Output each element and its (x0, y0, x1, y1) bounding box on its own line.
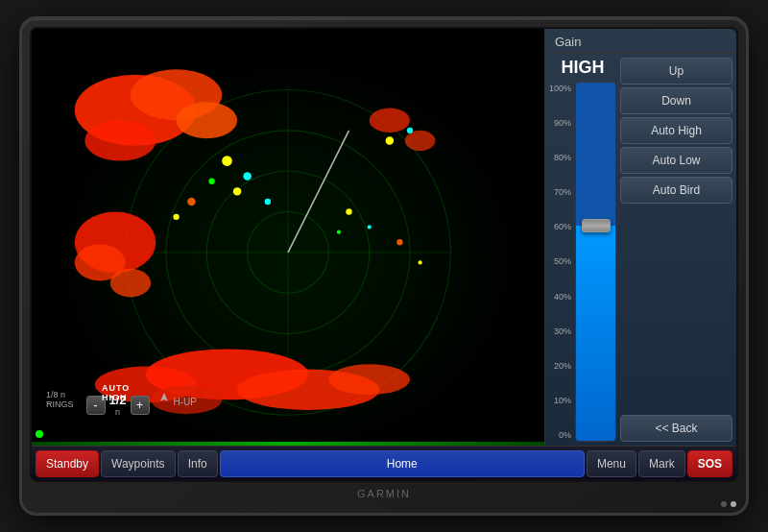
mark-button[interactable]: Mark (638, 450, 685, 477)
standby-indicator (36, 430, 43, 438)
svg-point-13 (243, 172, 251, 180)
svg-point-10 (84, 120, 156, 160)
gain-title: Gain (545, 29, 736, 54)
dot-2 (731, 501, 736, 507)
svg-point-34 (386, 136, 394, 144)
gain-up-button[interactable]: Up (620, 58, 732, 85)
gain-panel: Gain HIGH 100% 90% 80% 70% 60% 50% (544, 29, 736, 446)
dot-1 (721, 501, 727, 507)
gain-labels: 100% 90% 80% 70% 60% 50% 40% 30% 20% 10% (549, 82, 571, 442)
svg-point-14 (208, 179, 214, 184)
gain-auto-low-button[interactable]: Auto Low (620, 147, 732, 174)
h-up-text: H-UP (173, 397, 196, 407)
rings-info: 1/8 n RINGS (41, 388, 79, 411)
heading-icon (157, 392, 171, 405)
gain-slider-track[interactable] (575, 82, 616, 442)
device-bottom: GARMIN (30, 482, 738, 501)
gain-slider-container: 100% 90% 80% 70% 60% 50% 40% 30% 20% 10% (549, 82, 616, 442)
main-content: 1/8 n RINGS AUTO HIGH - 1/2 n + (32, 29, 736, 446)
device-frame: 1/8 n RINGS AUTO HIGH - 1/2 n + (19, 16, 749, 516)
svg-point-35 (407, 128, 413, 133)
screen-area: 1/8 n RINGS AUTO HIGH - 1/2 n + (30, 27, 738, 482)
info-button[interactable]: Info (178, 450, 218, 477)
gain-auto-bird-button[interactable]: Auto Bird (620, 177, 732, 204)
gain-level-label: HIGH (562, 58, 605, 78)
toolbar: Standby Waypoints Info Home Menu Mark SO… (32, 446, 736, 480)
svg-point-18 (173, 214, 179, 220)
radar-status-bar: 1/8 n RINGS AUTO HIGH - 1/2 n + (41, 381, 544, 417)
svg-point-11 (177, 102, 238, 138)
radar-bottom-bar (32, 442, 544, 446)
svg-point-30 (396, 239, 402, 245)
menu-button[interactable]: Menu (587, 450, 636, 477)
range-unit: n (109, 407, 127, 417)
svg-point-16 (265, 199, 271, 205)
svg-point-29 (337, 230, 341, 234)
svg-point-33 (405, 131, 436, 151)
range-rings-value: 1/8 n (46, 390, 65, 399)
dot-indicators (721, 501, 736, 507)
svg-point-21 (110, 269, 151, 298)
gain-buttons: Up Down Auto High Auto Low Auto Bird << … (620, 58, 732, 442)
svg-point-27 (346, 208, 351, 214)
standby-button[interactable]: Standby (36, 450, 99, 477)
svg-point-12 (222, 156, 232, 166)
gain-main: HIGH 100% 90% 80% 70% 60% 50% 40% 30% (545, 54, 736, 446)
svg-point-15 (233, 187, 241, 195)
auto-mode-label: AUTO HIGH (102, 383, 133, 402)
gain-slider-section: HIGH 100% 90% 80% 70% 60% 50% 40% 30% (549, 58, 616, 442)
radar-area: 1/8 n RINGS AUTO HIGH - 1/2 n + (32, 29, 544, 446)
svg-point-28 (368, 225, 372, 229)
home-button[interactable]: Home (220, 450, 585, 477)
waypoints-button[interactable]: Waypoints (101, 450, 176, 477)
gain-slider-thumb[interactable] (582, 219, 611, 232)
gain-back-button[interactable]: << Back (620, 415, 732, 442)
svg-point-32 (370, 109, 410, 133)
svg-point-17 (187, 198, 195, 206)
gain-auto-high-button[interactable]: Auto High (620, 117, 732, 144)
brand-label: GARMIN (30, 486, 738, 501)
svg-point-31 (418, 260, 421, 264)
gain-slider-fill (576, 226, 615, 441)
sos-button[interactable]: SOS (687, 450, 732, 477)
rings-label: RINGS (46, 399, 74, 409)
svg-marker-36 (160, 393, 168, 401)
gain-down-button[interactable]: Down (620, 87, 732, 114)
heading-mode-label: H-UP (157, 392, 197, 407)
